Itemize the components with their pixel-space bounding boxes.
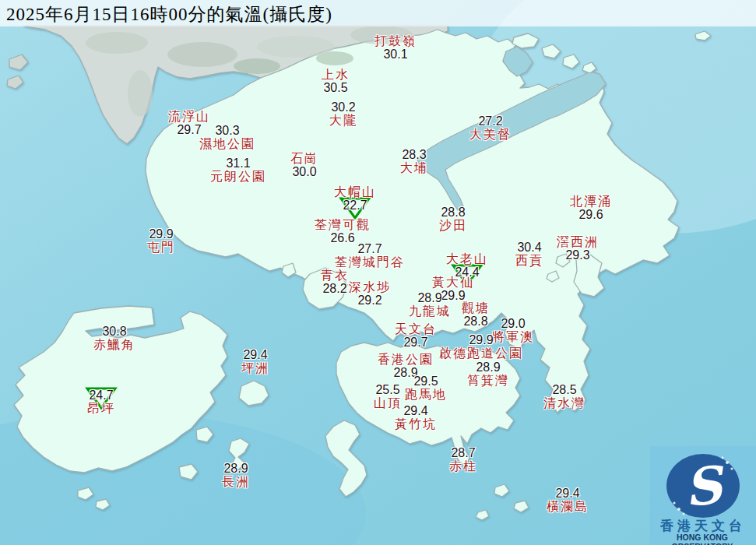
station-name-label: 昂坪	[87, 403, 115, 416]
hko-temperature-map-screen: S 打鼓嶺30.1上水30.530.2大隴流浮山29.730.3濕地公園31.1…	[0, 0, 756, 545]
station-temp-wrap: 30.2	[331, 101, 355, 114]
station-temperature-value: 29.5	[413, 374, 438, 388]
station-赤鱲角: 30.8赤鱲角	[93, 325, 135, 351]
map-title: 2025年6月15日16時00分的氣溫(攝氏度)	[6, 2, 332, 26]
station-temp-wrap: 29.5	[413, 375, 438, 389]
station-name-label: 打鼓嶺	[374, 35, 417, 48]
station-temperature-value: 29.2	[357, 294, 382, 307]
station-temp-wrap: 28.9	[476, 361, 500, 374]
station-temperature-value: 28.8	[441, 206, 465, 219]
station-temperature-value: 28.7	[451, 446, 475, 459]
station-name-label: 九龍城	[409, 305, 451, 318]
station-name-label: 坪洲	[241, 362, 269, 375]
station-temperature-value: 28.9	[417, 291, 441, 304]
station-name-label: 青衣	[321, 269, 349, 283]
station-name-label: 西貢	[515, 255, 543, 268]
station-name-label: 大隴	[329, 114, 357, 128]
station-temp-wrap: 27.7	[357, 243, 382, 256]
station-temp-wrap: 28.9	[223, 462, 248, 476]
station-temperature-value: 29.4	[243, 348, 267, 361]
station-temperature-value: 28.5	[552, 383, 576, 396]
station-temp-wrap: 30.1	[383, 48, 407, 62]
station-name-label: 荃灣可觀	[315, 219, 371, 232]
station-name-label: 跑馬地	[405, 389, 447, 402]
station-name-label: 屯門	[147, 241, 175, 255]
station-temperature-value: 28.3	[402, 148, 426, 161]
station-深水埗: 深水埗29.2	[349, 281, 391, 307]
station-temperature-value: 28.9	[223, 462, 248, 475]
station-name-label: 長洲	[222, 476, 250, 489]
station-temp-wrap: 29.2	[357, 294, 382, 308]
station-九龍城: 28.9九龍城	[409, 292, 451, 318]
station-temperature-value: 30.2	[331, 100, 355, 114]
station-temp-wrap: 24.7	[89, 389, 113, 403]
station-temp-wrap: 29.4	[555, 487, 579, 501]
station-name-label: 啟德跑道公園	[439, 347, 523, 360]
station-name-label: 清水灣	[543, 397, 585, 410]
station-name-label: 赤柱	[449, 460, 477, 473]
stations-layer: 打鼓嶺30.1上水30.530.2大隴流浮山29.730.3濕地公園31.1元朗…	[0, 0, 756, 545]
station-temperature-value: 29.0	[501, 317, 525, 330]
station-temp-wrap: 30.3	[215, 125, 239, 138]
station-temp-wrap: 29.7	[403, 336, 427, 350]
station-temperature-value: 29.7	[403, 336, 427, 349]
station-橫瀾島: 29.4橫瀾島	[547, 487, 589, 513]
station-大隴: 30.2大隴	[329, 101, 357, 127]
station-荃灣可觀: 荃灣可觀26.6	[315, 219, 371, 244]
station-temperature-value: 22.7	[343, 199, 367, 212]
station-temperature-value: 29.4	[555, 487, 579, 500]
station-name-label: 濕地公園	[199, 138, 255, 151]
station-temp-wrap: 28.8	[441, 206, 465, 220]
station-temp-wrap: 28.3	[402, 149, 426, 162]
station-temperature-value: 28.2	[322, 282, 346, 295]
station-temp-wrap: 30.8	[102, 325, 126, 339]
station-temperature-value: 30.1	[383, 47, 407, 61]
station-黃竹坑: 29.4黃竹坑	[395, 405, 437, 431]
station-啟德跑道公園: 29.9啟德跑道公園	[439, 334, 523, 360]
hko-logo-english-name: HONG KONG OBSERVATORY	[647, 533, 756, 545]
station-沙田: 28.8沙田	[439, 206, 467, 232]
station-天文台: 天文台29.7	[395, 323, 437, 349]
station-temperature-value: 30.0	[292, 165, 316, 178]
station-temp-wrap: 29.9	[149, 228, 173, 241]
station-temp-wrap: 28.7	[451, 447, 475, 460]
station-temperature-value: 30.4	[517, 241, 541, 254]
station-temperature-value: 29.4	[403, 404, 427, 417]
station-濕地公園: 30.3濕地公園	[199, 125, 255, 150]
station-大美督: 27.2大美督	[469, 115, 512, 141]
station-temp-wrap: 31.1	[226, 157, 250, 171]
station-name-label: 大老山	[446, 253, 488, 266]
station-name-label: 橫瀾島	[547, 501, 589, 514]
station-temperature-value: 28.9	[476, 360, 500, 374]
station-temp-wrap: 29.6	[578, 209, 603, 222]
station-temp-wrap: 29.9	[469, 334, 493, 347]
station-name-label: 黃竹坑	[395, 418, 437, 431]
station-name-label: 黃大仙	[432, 276, 474, 290]
station-name-label: 赤鱲角	[93, 339, 135, 352]
station-temperature-value: 30.3	[215, 124, 239, 137]
station-打鼓嶺: 打鼓嶺30.1	[374, 35, 417, 61]
station-name-label: 元朗公園	[210, 171, 266, 184]
station-temp-wrap: 28.2	[322, 283, 346, 296]
station-temperature-value: 29.7	[177, 123, 201, 136]
station-temperature-value: 25.5	[375, 383, 399, 396]
station-temperature-value: 30.5	[323, 81, 347, 94]
station-temp-wrap: 27.2	[478, 115, 502, 128]
station-temp-wrap: 25.5	[375, 384, 399, 397]
station-temperature-value: 29.3	[565, 248, 589, 262]
station-temperature-value: 29.9	[149, 227, 173, 241]
station-name-label: 沙田	[439, 220, 467, 233]
station-上水: 上水30.5	[322, 69, 350, 94]
station-name-label: 香港公園	[378, 353, 434, 367]
station-青衣: 青衣28.2	[321, 269, 349, 295]
station-temp-wrap: 30.0	[292, 166, 316, 179]
station-name-label: 流浮山	[168, 111, 210, 124]
station-temp-wrap: 29.0	[501, 318, 525, 331]
title-bar: 2025年6月15日16時00分的氣溫(攝氏度)	[0, 0, 756, 26]
station-temperature-value: 28.8	[463, 315, 487, 328]
station-temp-wrap: 30.5	[323, 82, 347, 95]
station-temp-wrap: 29.7	[177, 124, 201, 137]
station-西貢: 30.4西貢	[515, 241, 543, 267]
station-name-label: 荃灣城門谷	[335, 256, 405, 269]
station-大埔: 28.3大埔	[400, 149, 428, 174]
